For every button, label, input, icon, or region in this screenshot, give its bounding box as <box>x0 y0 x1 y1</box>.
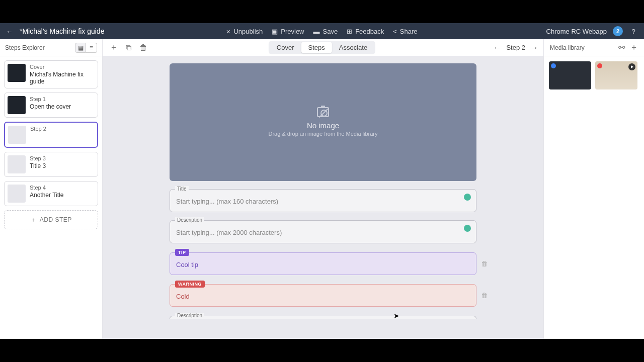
toolbar: Steps Explorer ▦ ≡ ＋ ⧉ 🗑 Cover Steps Ass… <box>0 39 644 56</box>
step-label: Step 4 <box>30 185 63 191</box>
share-label: Share <box>400 28 418 35</box>
title-field[interactable]: Title <box>170 189 476 212</box>
play-icon <box>628 63 635 70</box>
media-library-label: Media library <box>550 44 613 51</box>
step-thumb <box>8 185 26 203</box>
preview-button[interactable]: ▣Preview <box>272 28 304 35</box>
steps-sidebar: Cover Michal's Machine fix guide Step 1 … <box>0 56 103 339</box>
prev-step-icon[interactable]: ← <box>493 43 501 52</box>
app-topbar: ← *Michal's Machine fix guide ⨉Unpublish… <box>0 23 644 39</box>
media-thumb-1[interactable] <box>595 61 637 89</box>
feedback-button[interactable]: ⊞Feedback <box>347 28 384 35</box>
unpublish-label: Unpublish <box>233 28 263 35</box>
media-status-dot <box>597 63 602 68</box>
tip-tag: TIP <box>175 249 189 256</box>
back-arrow-icon[interactable]: ← <box>6 28 13 35</box>
title-status-badge <box>464 194 471 201</box>
grid-view-icon[interactable]: ▦ <box>75 43 86 53</box>
step-label: Step 3 <box>30 155 46 161</box>
view-segmented: Cover Steps Associate <box>269 41 375 54</box>
step-card-4[interactable]: Step 4 Another Title <box>4 181 98 206</box>
delete-tip-icon[interactable]: 🗑 <box>481 260 488 267</box>
add-media-icon[interactable]: ＋ <box>630 42 638 53</box>
step-label: Step 1 <box>30 96 71 102</box>
save-label: Save <box>323 28 338 35</box>
extra-description-legend: Description <box>175 313 204 318</box>
description-legend: Description <box>175 217 204 223</box>
step-card-0[interactable]: Cover Michal's Machine fix guide <box>4 60 98 88</box>
delete-warning-icon[interactable]: 🗑 <box>481 292 488 299</box>
preview-icon: ▣ <box>272 28 278 35</box>
warning-tag: WARNING <box>175 281 205 288</box>
add-icon[interactable]: ＋ <box>110 42 118 53</box>
current-step-label: Step 2 <box>506 44 525 51</box>
no-image-hint: Drag & drop an image from the Media libr… <box>268 131 377 137</box>
link-icon[interactable]: ⚯ <box>618 43 625 52</box>
extra-description-field[interactable]: Description <box>170 316 476 319</box>
image-dropzone[interactable]: No image Drag & drop an image from the M… <box>170 63 476 181</box>
unpublish-button[interactable]: ⨉Unpublish <box>226 27 263 35</box>
app-name-label: Chrome RC Webapp <box>546 28 607 35</box>
unpublish-icon: ⨉ <box>226 27 230 35</box>
segment-cover[interactable]: Cover <box>270 42 301 53</box>
user-avatar[interactable]: 2 <box>613 26 623 36</box>
tip-text: Cool tip <box>176 261 470 268</box>
warning-box[interactable]: WARNING Cold <box>170 284 476 307</box>
list-view-icon[interactable]: ≡ <box>86 43 97 53</box>
plus-icon: ＋ <box>30 216 37 224</box>
delete-icon[interactable]: 🗑 <box>139 43 147 52</box>
document-title: *Michal's Machine fix guide <box>20 27 104 35</box>
segment-associate[interactable]: Associate <box>332 42 374 53</box>
step-nav: ← Step 2 → <box>493 43 538 52</box>
next-step-icon[interactable]: → <box>530 43 538 52</box>
step-card-2[interactable]: Step 2 <box>4 122 98 148</box>
step-thumb <box>8 64 26 82</box>
description-status-badge <box>464 225 471 232</box>
no-image-title: No image <box>307 121 339 130</box>
step-title: Another Title <box>30 192 63 199</box>
steps-explorer-label: Steps Explorer <box>5 44 71 51</box>
editor-main: No image Drag & drop an image from the M… <box>103 56 543 339</box>
step-thumb <box>8 126 26 144</box>
step-label: Step 2 <box>30 126 46 132</box>
preview-label: Preview <box>281 28 304 35</box>
add-step-label: ADD STEP <box>40 216 72 223</box>
segment-steps[interactable]: Steps <box>301 42 332 53</box>
save-icon: ▬ <box>313 28 320 35</box>
title-legend: Title <box>175 186 189 192</box>
warning-text: Cold <box>176 293 470 300</box>
share-icon: < <box>393 28 397 35</box>
step-thumb <box>8 155 26 173</box>
step-label: Cover <box>30 64 95 70</box>
feedback-icon: ⊞ <box>347 28 352 35</box>
add-step-button[interactable]: ＋ ADD STEP <box>4 210 98 229</box>
title-input[interactable] <box>176 198 456 205</box>
step-card-3[interactable]: Step 3 Title 3 <box>4 152 98 177</box>
description-input[interactable] <box>176 229 456 236</box>
tip-box[interactable]: TIP Cool tip <box>170 252 476 275</box>
description-field[interactable]: Description <box>170 220 476 243</box>
help-icon[interactable]: ? <box>629 27 638 36</box>
media-status-dot <box>551 63 556 68</box>
feedback-label: Feedback <box>355 28 384 35</box>
media-sidebar <box>543 56 644 339</box>
step-thumb <box>8 96 26 114</box>
save-button[interactable]: ▬Save <box>313 28 338 35</box>
step-title: Title 3 <box>30 162 46 169</box>
share-button[interactable]: <Share <box>393 28 417 35</box>
step-title: Open the cover <box>30 103 71 110</box>
media-thumb-0[interactable] <box>549 61 591 89</box>
copy-icon[interactable]: ⧉ <box>126 43 131 52</box>
step-title: Michal's Machine fix guide <box>30 71 95 85</box>
step-card-1[interactable]: Step 1 Open the cover <box>4 93 98 118</box>
no-image-icon <box>317 107 329 117</box>
